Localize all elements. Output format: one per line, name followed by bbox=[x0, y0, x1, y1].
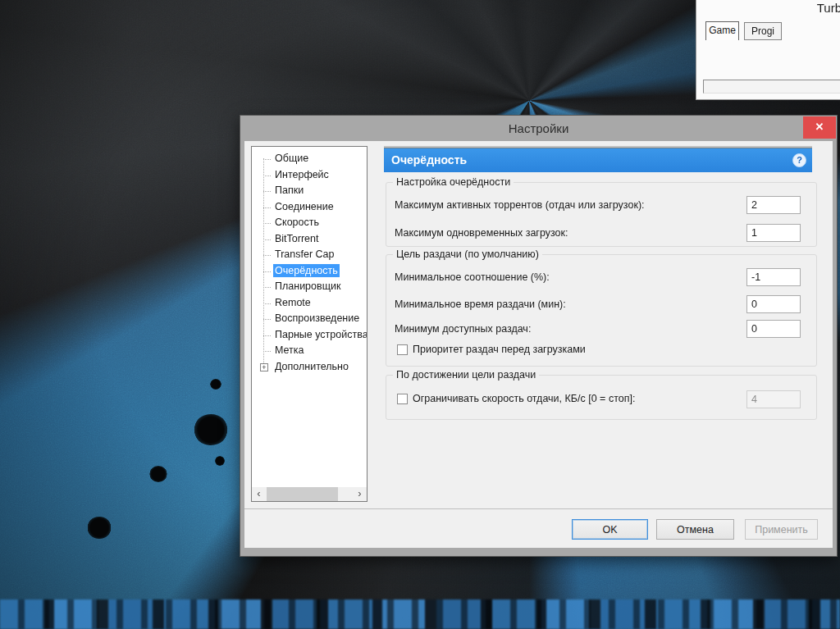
tree-item-ocherednost[interactable]: Очерёдность bbox=[252, 263, 367, 280]
tree-item-transfer-cap[interactable]: Transfer Cap bbox=[252, 247, 367, 263]
group-queue-settings: Настройка очерёдности Максимум активных … bbox=[386, 182, 817, 247]
tree-branch-line bbox=[263, 239, 271, 240]
background-window-title: Turb bbox=[817, 1, 840, 15]
limit-upload-checkrow: Ограничивать скорость отдачи, КБ/с [0 = … bbox=[397, 393, 635, 404]
tree-branch-line bbox=[263, 303, 271, 304]
min-seed-time-label: Минимальное время раздачи (мин): bbox=[395, 299, 566, 310]
page-header: Очерёдность ? bbox=[384, 148, 812, 172]
ok-button[interactable]: OK bbox=[572, 519, 648, 540]
tab-game[interactable]: Game bbox=[705, 21, 739, 40]
min-available-seeds-input[interactable] bbox=[746, 320, 801, 338]
cancel-button[interactable]: Отмена bbox=[656, 519, 734, 540]
button-row-separator bbox=[244, 508, 833, 509]
tree-branch-line bbox=[263, 287, 271, 288]
group-seeding-goal: Цель раздачи (по умолчанию) Минимальное … bbox=[386, 254, 817, 367]
group-legend: Настройка очерёдности bbox=[393, 176, 514, 188]
limit-upload-value-input bbox=[746, 390, 801, 408]
tree-branch-line bbox=[263, 255, 271, 256]
min-seed-time-input[interactable] bbox=[746, 295, 801, 313]
tree-expand-icon[interactable]: + bbox=[260, 363, 268, 371]
wallpaper-graffiti-text bbox=[0, 599, 840, 629]
ink-splat bbox=[210, 379, 221, 390]
tree-horizontal-scrollbar[interactable]: ‹ › bbox=[252, 487, 367, 501]
scroll-right-icon[interactable]: › bbox=[353, 487, 367, 501]
group-goal-reached: По достижении цели раздачи Ограничивать … bbox=[386, 375, 817, 420]
max-active-torrents-input[interactable] bbox=[746, 196, 801, 214]
apply-button: Применить bbox=[745, 519, 818, 540]
group-legend: Цель раздачи (по умолчанию) bbox=[393, 248, 542, 260]
ink-splat bbox=[87, 517, 112, 539]
background-window[interactable]: Turb Game Progi bbox=[696, 0, 840, 100]
min-available-seeds-label: Минимум доступных раздач: bbox=[395, 323, 531, 335]
tree-item-metka[interactable]: Метка bbox=[252, 343, 367, 359]
ink-splat bbox=[149, 466, 167, 482]
group-legend: По достижении цели раздачи bbox=[393, 369, 539, 381]
tree-branch-line bbox=[263, 175, 271, 176]
help-icon[interactable]: ? bbox=[792, 153, 806, 167]
seed-priority-label: Приоритет раздач перед загрузками bbox=[413, 344, 586, 355]
settings-category-tree[interactable]: Общие Интерфейс Папки Соединение Скорост… bbox=[251, 146, 368, 502]
tree-item-skorost[interactable]: Скорость bbox=[252, 215, 367, 231]
tree-item-planirovshchik[interactable]: Планировщик bbox=[252, 279, 367, 295]
tree-item-bittorrent[interactable]: BitTorrent bbox=[252, 231, 367, 248]
tree-branch-line bbox=[263, 271, 271, 272]
tree-item-interfeys[interactable]: Интерфейс bbox=[252, 167, 367, 184]
seed-priority-checkrow: Приоритет раздач перед загрузками bbox=[397, 344, 586, 355]
tree-branch-line bbox=[263, 335, 271, 336]
page-title: Очерёдность bbox=[391, 153, 467, 166]
min-ratio-label: Минимальное соотношение (%): bbox=[395, 271, 550, 283]
background-window-field[interactable] bbox=[703, 80, 840, 93]
tree-branch-line bbox=[263, 319, 271, 320]
close-button[interactable]: ✕ bbox=[803, 116, 836, 139]
tree-item-dopolnitelno[interactable]: +Дополнительно bbox=[252, 359, 367, 376]
settings-dialog: Настройки ✕ Общие Интерфейс Папки Соедин… bbox=[240, 115, 838, 557]
max-downloads-input[interactable] bbox=[746, 224, 801, 242]
close-icon: ✕ bbox=[815, 121, 824, 133]
tree-item-papki[interactable]: Папки bbox=[252, 183, 367, 199]
dialog-content: Общие Интерфейс Папки Соединение Скорост… bbox=[244, 141, 833, 548]
tree-item-remote[interactable]: Remote bbox=[252, 295, 367, 312]
tree-branch-line bbox=[263, 351, 271, 352]
tree-item-soedinenie[interactable]: Соединение bbox=[252, 199, 367, 216]
min-ratio-input[interactable] bbox=[746, 268, 801, 286]
limit-upload-label: Ограничивать скорость отдачи, КБ/с [0 = … bbox=[413, 393, 635, 404]
seed-priority-checkbox[interactable] bbox=[397, 344, 408, 355]
max-active-torrents-label: Максимум активных торрентов (отдач или з… bbox=[395, 199, 645, 211]
tree-branch-line bbox=[263, 207, 271, 208]
ink-splat bbox=[215, 456, 225, 466]
tree-item-vosproizvedenie[interactable]: Воспроизведение bbox=[252, 311, 367, 327]
scroll-left-icon[interactable]: ‹ bbox=[252, 487, 266, 501]
max-downloads-label: Максимум одновременных загрузок: bbox=[395, 227, 568, 239]
tree-list: Общие Интерфейс Папки Соединение Скорост… bbox=[252, 151, 367, 375]
dialog-title: Настройки bbox=[244, 121, 833, 135]
tree-branch-line bbox=[263, 223, 271, 224]
tree-item-parnye-ustroystva[interactable]: Парные устройства bbox=[252, 327, 367, 344]
scrollbar-thumb[interactable] bbox=[267, 487, 338, 501]
tree-branch-line bbox=[263, 191, 271, 192]
tree-branch-line bbox=[263, 159, 271, 160]
limit-upload-checkbox[interactable] bbox=[397, 394, 408, 404]
ink-splat bbox=[194, 414, 228, 445]
tab-progi[interactable]: Progi bbox=[744, 22, 782, 40]
tree-item-obshchie[interactable]: Общие bbox=[252, 151, 367, 167]
dialog-titlebar[interactable]: Настройки ✕ bbox=[244, 116, 833, 141]
